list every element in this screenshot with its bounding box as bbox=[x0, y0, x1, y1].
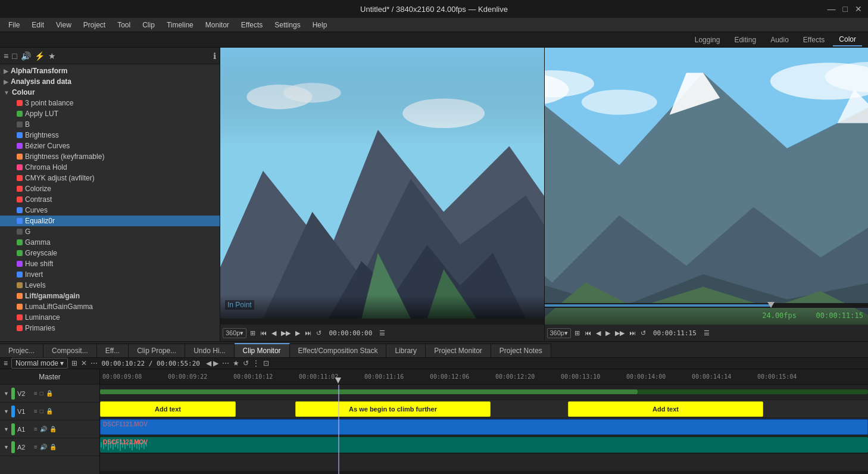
tl-icon8[interactable]: ⊡ bbox=[263, 359, 269, 367]
info-icon[interactable]: ℹ bbox=[213, 51, 216, 61]
menu-clip[interactable]: Clip bbox=[138, 20, 160, 30]
v2-lock-icon[interactable]: 🔒 bbox=[46, 390, 53, 397]
a2-lock-icon[interactable]: 🔒 bbox=[49, 444, 57, 450]
effect-curves[interactable]: Curves bbox=[0, 205, 220, 216]
tab-audio[interactable]: Audio bbox=[764, 34, 795, 46]
a2-collapse[interactable]: ▼ bbox=[4, 444, 9, 450]
menu-timeline[interactable]: Timeline bbox=[162, 20, 198, 30]
clip-addtext-1[interactable]: Add text bbox=[100, 401, 236, 417]
tl-icon2[interactable]: ✕ bbox=[81, 359, 87, 367]
tab-composit[interactable]: Composit... bbox=[43, 344, 97, 357]
hamburger-icon[interactable]: ≡ bbox=[4, 51, 8, 61]
tab-project-monitor[interactable]: Project Monitor bbox=[426, 344, 491, 357]
menu-help[interactable]: Help bbox=[308, 20, 332, 30]
tl-star[interactable]: ★ bbox=[233, 359, 239, 367]
tab-color[interactable]: Color bbox=[833, 33, 862, 46]
timeline-mode-dropdown[interactable]: Normal mode ▾ bbox=[11, 358, 68, 369]
tab-editing[interactable]: Editing bbox=[728, 34, 762, 46]
v2-save-icon[interactable]: □ bbox=[40, 390, 43, 397]
a1-lock-icon[interactable]: 🔒 bbox=[49, 426, 57, 432]
tab-eff[interactable]: Eff... bbox=[97, 344, 129, 357]
effect-bezier[interactable]: Bézier Curves bbox=[0, 141, 220, 151]
effect-contrast[interactable]: Contrast bbox=[0, 194, 220, 205]
menu-project[interactable]: Project bbox=[79, 20, 110, 30]
a1-audio-icon[interactable]: 🔊 bbox=[40, 426, 47, 432]
menu-effects[interactable]: Effects bbox=[236, 20, 267, 30]
a1-collapse[interactable]: ▼ bbox=[4, 426, 9, 432]
effect-luminance[interactable]: Luminance bbox=[0, 312, 220, 323]
a2-audio-icon[interactable]: 🔊 bbox=[40, 444, 47, 450]
menu-btn[interactable]: ☰ bbox=[378, 329, 386, 337]
category-alpha-transform[interactable]: ▶ Alpha/Transform bbox=[0, 66, 220, 76]
menu-file[interactable]: File bbox=[4, 20, 24, 30]
proj-step-fwd[interactable]: ▶▶ bbox=[614, 329, 626, 337]
loop-btn[interactable]: ↺ bbox=[315, 329, 323, 337]
tl-icon4[interactable]: ◀ ▶ bbox=[206, 359, 218, 367]
proj-menu-btn[interactable]: ☰ bbox=[702, 329, 711, 337]
effect-gamma[interactable]: Gamma bbox=[0, 237, 220, 248]
effect-colorize[interactable]: Colorize bbox=[0, 183, 220, 194]
clip-addtext-2[interactable]: Add text bbox=[568, 401, 763, 417]
effect-b[interactable]: B bbox=[0, 119, 220, 130]
tl-icon5[interactable]: ⋯ bbox=[222, 359, 229, 367]
category-colour[interactable]: ▼ Colour bbox=[0, 87, 220, 98]
proj-loop-btn[interactable]: ↺ bbox=[639, 329, 647, 337]
tab-clip-props[interactable]: Clip Prope... bbox=[129, 344, 185, 357]
view-icon[interactable]: □ bbox=[12, 51, 17, 61]
v1-collapse[interactable]: ▼ bbox=[4, 408, 9, 414]
a2-settings-icon[interactable]: ≡ bbox=[34, 444, 38, 450]
effect-chroma-hold[interactable]: Chroma Hold bbox=[0, 162, 220, 173]
category-analysis-data[interactable]: ▶ Analysis and data bbox=[0, 76, 220, 87]
a1-settings-icon[interactable]: ≡ bbox=[34, 426, 38, 432]
effect-g[interactable]: G bbox=[0, 226, 220, 237]
tab-effects[interactable]: Effects bbox=[797, 34, 830, 46]
tab-clip-monitor[interactable]: Clip Monitor bbox=[235, 343, 290, 357]
proj-step-back[interactable]: ◀ bbox=[595, 329, 602, 337]
effect-cmyk[interactable]: CMYK adjust (avfilter) bbox=[0, 173, 220, 183]
minimize-button[interactable]: — bbox=[828, 4, 836, 14]
v2-collapse[interactable]: ▼ bbox=[4, 391, 9, 397]
tab-effect-stack[interactable]: Effect/Composition Stack bbox=[290, 344, 387, 357]
frame-toggle[interactable]: ⊞ bbox=[249, 329, 257, 337]
menu-edit[interactable]: Edit bbox=[27, 20, 49, 30]
menu-tool[interactable]: Tool bbox=[113, 20, 135, 30]
effect-primaries[interactable]: Primaries bbox=[0, 323, 220, 333]
proj-frame-toggle[interactable]: ⊞ bbox=[573, 329, 581, 337]
tl-icon1[interactable]: ⊞ bbox=[71, 359, 77, 367]
resolution-dropdown[interactable]: 360p▾ bbox=[223, 328, 246, 338]
clip-as-we-begin[interactable]: As we begin to climb further bbox=[295, 401, 491, 417]
audio-icon[interactable]: 🔊 bbox=[21, 51, 31, 61]
star-icon[interactable]: ★ bbox=[48, 51, 56, 61]
timeline-scrollbar[interactable] bbox=[100, 472, 868, 474]
v1-save-icon[interactable]: □ bbox=[40, 408, 43, 414]
tab-undo-history[interactable]: Undo Hi... bbox=[185, 344, 234, 357]
effect-lift-gamma-gain[interactable]: Lift/gamma/gain bbox=[0, 291, 220, 301]
project-scrubber-bar[interactable] bbox=[545, 303, 869, 308]
timeline-ruler[interactable]: 00:00:09:08 00:00:09:22 00:00:10:12 00:0… bbox=[100, 369, 868, 385]
next-frame[interactable]: ⏭ bbox=[304, 329, 313, 336]
effect-invert[interactable]: Invert bbox=[0, 269, 220, 280]
effect-3point[interactable]: 3 point balance bbox=[0, 98, 220, 108]
proj-prev-frame[interactable]: ⏮ bbox=[583, 329, 592, 336]
effect-brightness-kf[interactable]: Brightness (keyframable) bbox=[0, 151, 220, 162]
tab-project[interactable]: Projec... bbox=[0, 344, 43, 357]
effect-hue-shift[interactable]: Hue shift bbox=[0, 258, 220, 269]
step-fwd[interactable]: ▶ bbox=[294, 329, 301, 337]
effect-applylut[interactable]: Apply LUT bbox=[0, 108, 220, 119]
proj-next-frame[interactable]: ⏭ bbox=[628, 329, 637, 336]
effect-luma-lift[interactable]: LumaLiftGainGamma bbox=[0, 301, 220, 312]
effect-greyscale[interactable]: Greyscale bbox=[0, 248, 220, 258]
v1-settings-icon[interactable]: ≡ bbox=[34, 408, 38, 414]
prev-frame[interactable]: ⏮ bbox=[259, 329, 268, 336]
effect-brightness[interactable]: Brightness bbox=[0, 130, 220, 141]
menu-monitor[interactable]: Monitor bbox=[201, 20, 234, 30]
menu-settings[interactable]: Settings bbox=[270, 20, 305, 30]
menu-view[interactable]: View bbox=[51, 20, 76, 30]
clip-scrubber[interactable] bbox=[220, 319, 544, 325]
proj-play-btn[interactable]: ▶ bbox=[604, 329, 611, 337]
play-btn[interactable]: ▶▶ bbox=[280, 329, 292, 337]
tab-project-notes[interactable]: Project Notes bbox=[491, 344, 551, 357]
tab-library[interactable]: Library bbox=[386, 344, 426, 357]
clip-dscf-a1[interactable]: DSCF1121.MOV bbox=[100, 437, 868, 453]
effect-levels[interactable]: Levels bbox=[0, 280, 220, 291]
